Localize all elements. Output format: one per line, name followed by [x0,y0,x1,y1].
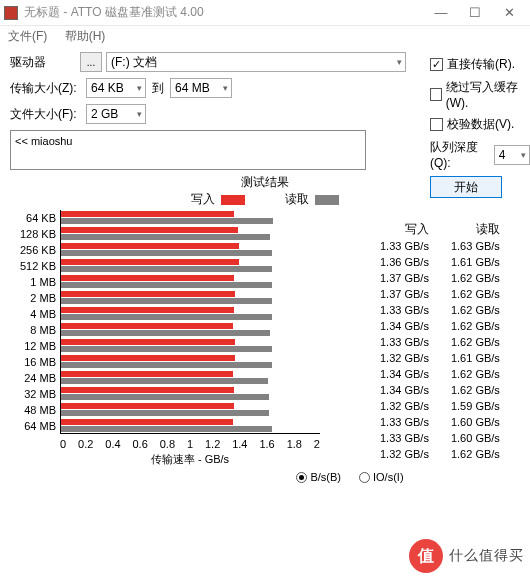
queue-depth-select[interactable]: 4▾ [494,145,530,165]
menubar: 文件(F) 帮助(H) [0,26,530,46]
app-icon [4,6,18,20]
chart-x-ticks: 00.20.40.60.811.21.41.61.82 [60,438,320,450]
browse-button[interactable]: ... [80,52,102,72]
direct-io-checkbox[interactable]: ✓ [430,58,443,71]
write-value: 1.36 GB/s [380,254,429,270]
x-tick: 0.8 [160,438,175,450]
y-label: 16 MB [10,354,56,370]
write-bar [61,419,233,425]
x-tick: 1.2 [205,438,220,450]
write-value: 1.33 GB/s [380,238,429,254]
watermark-badge: 值 [409,539,443,573]
write-value: 1.32 GB/s [380,446,429,462]
write-bar [61,275,234,281]
write-value: 1.33 GB/s [380,414,429,430]
read-value: 1.61 GB/s [451,254,500,270]
bar-row [61,354,320,370]
bar-row [61,322,320,338]
transfer-size-to-select[interactable]: 64 MB▾ [170,78,232,98]
chart-bars [60,210,320,434]
read-value: 1.62 GB/s [451,318,500,334]
radio-bytes[interactable] [296,472,307,483]
chevron-down-icon: ▾ [137,83,142,93]
bypass-cache-checkbox[interactable] [430,88,442,101]
write-value: 1.33 GB/s [380,430,429,446]
verify-label: 校验数据(V). [447,116,514,133]
write-value: 1.34 GB/s [380,366,429,382]
read-bar [61,282,272,288]
bar-row [61,290,320,306]
close-button[interactable]: ✕ [492,1,526,25]
write-value: 1.37 GB/s [380,286,429,302]
read-value: 1.62 GB/s [451,366,500,382]
legend-write-swatch [221,195,245,205]
read-bar [61,330,270,336]
write-bar [61,339,235,345]
y-label: 32 MB [10,386,56,402]
read-value: 1.60 GB/s [451,414,500,430]
y-label: 64 KB [10,210,56,226]
x-tick: 0.2 [78,438,93,450]
write-value: 1.32 GB/s [380,350,429,366]
write-value: 1.32 GB/s [380,398,429,414]
write-bar [61,291,235,297]
read-bar [61,266,272,272]
drive-select[interactable]: (F:) 文档 ▾ [106,52,406,72]
window-title: 无标题 - ATTO 磁盘基准测试 4.00 [24,4,424,21]
read-bar [61,298,272,304]
verify-checkbox[interactable] [430,118,443,131]
x-tick: 1.4 [232,438,247,450]
read-bar [61,346,272,352]
y-label: 4 MB [10,306,56,322]
y-label: 12 MB [10,338,56,354]
transfer-size-from-select[interactable]: 64 KB▾ [86,78,146,98]
write-bar [61,387,234,393]
read-value: 1.62 GB/s [451,286,500,302]
bar-row [61,274,320,290]
bypass-cache-label: 绕过写入缓存(W). [446,79,530,110]
x-tick: 1 [187,438,193,450]
start-button[interactable]: 开始 [430,176,502,198]
write-value: 1.33 GB/s [380,302,429,318]
bar-row [61,210,320,226]
y-label: 512 KB [10,258,56,274]
bar-row [61,386,320,402]
y-label: 64 MB [10,418,56,434]
bar-row [61,258,320,274]
y-label: 1 MB [10,274,56,290]
read-value: 1.62 GB/s [451,270,500,286]
write-bar [61,371,233,377]
y-label: 256 KB [10,242,56,258]
options-panel: ✓直接传输(R). 绕过写入缓存(W). 校验数据(V). 队列深度(Q): 4… [430,56,530,198]
read-value: 1.62 GB/s [451,302,500,318]
description-box[interactable]: << miaoshu [10,130,366,170]
menu-help[interactable]: 帮助(H) [65,29,106,43]
chevron-down-icon: ▾ [137,109,142,119]
read-value: 1.62 GB/s [451,446,500,462]
drive-value: (F:) 文档 [111,54,157,71]
drive-label: 驱动器 [10,54,80,71]
x-tick: 2 [314,438,320,450]
chart-y-labels: 64 KB128 KB256 KB512 KB1 MB2 MB4 MB8 MB1… [10,210,60,434]
maximize-button[interactable]: ☐ [458,1,492,25]
chevron-down-icon: ▾ [397,57,402,67]
y-label: 8 MB [10,322,56,338]
x-tick: 1.6 [259,438,274,450]
radio-iops[interactable] [359,472,370,483]
read-value: 1.60 GB/s [451,430,500,446]
x-tick: 0 [60,438,66,450]
watermark: 值 什么值得买 [409,539,524,573]
write-column-header: 写入 [380,221,429,237]
bar-row [61,338,320,354]
menu-file[interactable]: 文件(F) [8,29,47,43]
bar-row [61,306,320,322]
write-bar [61,355,235,361]
chevron-down-icon: ▾ [521,150,526,160]
minimize-button[interactable]: — [424,1,458,25]
write-bar [61,323,233,329]
read-column-header: 读取 [451,221,500,237]
unit-radios: B/s(B) IO/s(I) [180,471,520,483]
write-value: 1.34 GB/s [380,318,429,334]
file-size-select[interactable]: 2 GB▾ [86,104,146,124]
read-bar [61,362,272,368]
